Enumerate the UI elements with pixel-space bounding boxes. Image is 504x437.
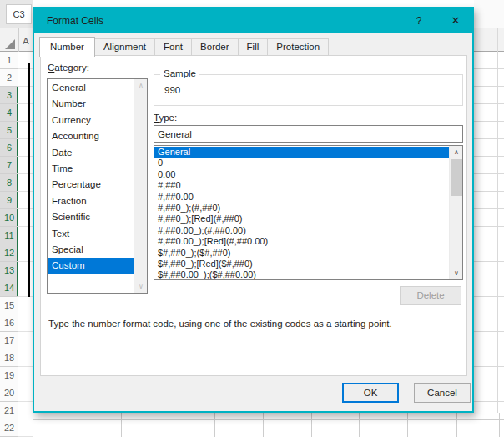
category-item[interactable]: Custom [48,258,134,274]
type-item[interactable]: #,##0.00_);(#,##0.00) [154,225,449,236]
row-header[interactable]: 9 [0,192,18,209]
cell-a[interactable] [18,192,33,209]
row-header[interactable]: 6 [0,139,18,157]
grid-row[interactable] [474,244,504,262]
name-box[interactable]: C3 [6,4,32,24]
row-header[interactable]: 7 [0,157,18,174]
cell-a[interactable] [18,174,33,192]
ok-button[interactable]: OK [342,383,399,403]
scroll-down-icon[interactable]: ∨ [134,280,148,293]
category-scrollbar[interactable]: ∧ ∨ [134,79,147,293]
grid-row[interactable] [474,367,504,384]
grid-row[interactable] [474,384,504,402]
cell-a[interactable] [18,52,33,69]
grid-row[interactable] [474,52,504,69]
type-item[interactable]: 0 [154,158,449,168]
category-item[interactable]: Percentage [48,177,134,193]
grid-row[interactable] [474,262,504,279]
grid-row[interactable] [474,227,504,244]
cell-a[interactable] [18,69,33,87]
grid-row[interactable] [474,157,504,174]
grid-row[interactable] [474,297,504,314]
cell-a[interactable] [18,209,33,227]
scroll-up-icon[interactable]: ∧ [134,79,148,92]
row-header[interactable]: 2 [0,69,18,87]
row-header[interactable]: 3 [0,87,18,104]
dialog-titlebar[interactable]: Format Cells ? ✕ [34,8,472,33]
grid-row[interactable] [474,174,504,192]
category-item[interactable]: Accounting [48,128,134,144]
row-header[interactable]: 1 [0,52,18,69]
cell-a[interactable] [18,122,33,139]
row-header[interactable]: 17 [0,332,18,349]
cell-a[interactable] [18,139,33,157]
row-header[interactable]: 4 [0,104,18,122]
tab[interactable]: Number [39,37,95,57]
type-item[interactable]: General [154,147,449,158]
category-item[interactable]: Time [48,161,134,177]
cell-a[interactable] [18,262,33,279]
tab[interactable]: Font [154,38,192,56]
tab[interactable]: Alignment [94,38,155,56]
tab[interactable]: Border [191,38,239,56]
row-header[interactable]: 20 [0,384,18,402]
type-input[interactable] [154,125,463,143]
cell-a[interactable] [18,104,33,122]
row-header[interactable]: 14 [0,279,18,297]
grid-row[interactable] [474,122,504,139]
grid-row[interactable] [474,314,504,332]
category-item[interactable]: Scientific [48,209,134,225]
row-header[interactable]: 16 [0,314,18,332]
cell-a[interactable] [18,297,33,314]
category-item[interactable]: General [48,80,134,96]
scroll-up-icon[interactable]: ∧ [450,146,463,158]
row-header[interactable]: 5 [0,122,18,139]
cell-a[interactable] [18,227,33,244]
type-item[interactable]: #,##0.00_);[Red](#,##0.00) [154,236,449,247]
category-item[interactable]: Special [48,242,134,258]
grid-row[interactable] [474,332,504,349]
grid-row[interactable] [474,104,504,122]
cell-a[interactable] [18,349,33,367]
category-item[interactable]: Fraction [48,193,134,209]
cell-a[interactable] [18,87,33,104]
cell-a[interactable] [18,402,33,419]
category-listbox[interactable]: GeneralNumberCurrencyAccountingDateTimeP… [47,78,148,294]
grid-row[interactable] [474,279,504,297]
cell-a[interactable] [18,314,33,332]
tab[interactable]: Protection [267,38,329,56]
type-item[interactable]: $#,##0_);($#,##0) [154,248,449,259]
row-header[interactable]: 19 [0,367,18,384]
row-header[interactable]: 22 [0,419,18,437]
type-scrollbar[interactable]: ∧ ∨ [449,146,462,279]
category-item[interactable]: Text [48,226,134,242]
type-item[interactable]: $#,##0_);[Red]($#,##0) [154,259,449,269]
cell-a[interactable] [18,244,33,262]
select-all-icon[interactable] [5,39,15,49]
help-icon[interactable]: ? [412,8,426,33]
grid-row[interactable] [474,349,504,367]
row-header[interactable]: 15 [0,297,18,314]
grid-row[interactable] [474,139,504,157]
grid-row[interactable] [474,209,504,227]
type-item[interactable]: $#,##0.00_);($#,##0.00) [154,269,449,280]
type-item[interactable]: #,##0 [154,180,449,191]
close-icon[interactable]: ✕ [448,8,463,33]
cell-a[interactable] [18,279,33,297]
grid-row[interactable] [474,69,504,87]
category-item[interactable]: Currency [48,113,134,128]
type-item[interactable]: #,##0_);(#,##0) [154,203,449,213]
type-item[interactable]: 0.00 [154,169,449,180]
tab[interactable]: Fill [238,38,269,56]
cell-a[interactable] [18,384,33,402]
grid-row[interactable] [474,87,504,104]
column-header-a[interactable]: A [19,28,33,52]
cell-a[interactable] [18,332,33,349]
category-item[interactable]: Date [48,145,134,161]
category-item[interactable]: Number [48,96,134,112]
grid-row[interactable] [474,192,504,209]
delete-button[interactable]: Delete [400,286,461,305]
row-header[interactable]: 13 [0,262,18,279]
type-listbox[interactable]: General00.00#,##0#,##0.00#,##0_);(#,##0)… [154,145,463,280]
cell-a[interactable] [18,157,33,174]
